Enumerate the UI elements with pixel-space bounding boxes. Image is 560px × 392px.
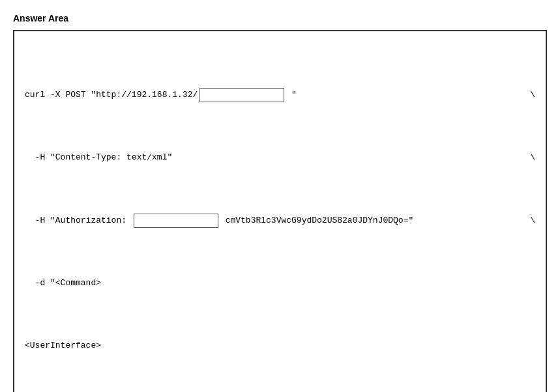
line1-suffix: " bbox=[286, 87, 297, 103]
line3-prefix: -H "Authorization: bbox=[25, 213, 132, 229]
code-line-5: <UserInterface> bbox=[25, 338, 535, 354]
line5-text: <UserInterface> bbox=[25, 338, 101, 354]
drop2[interactable] bbox=[134, 214, 218, 228]
line4-text: -d "<Command> bbox=[25, 275, 101, 291]
line1-prefix: curl -X POST "http://192.168.1.32/ bbox=[25, 87, 198, 103]
drop1[interactable] bbox=[199, 88, 284, 102]
line3-suffix: cmVtb3Rlc3VwcG9ydDo2US82a0JDYnJ0DQo=" bbox=[220, 213, 413, 229]
line3-backslash: \ bbox=[520, 213, 535, 229]
code-line-4: -d "<Command> bbox=[25, 275, 535, 291]
page-title: Answer Area bbox=[13, 13, 547, 23]
answer-box: curl -X POST "http://192.168.1.32/ " \ -… bbox=[13, 30, 547, 392]
code-line-1: curl -X POST "http://192.168.1.32/ " \ bbox=[25, 87, 535, 103]
code-line-2: -H "Content-Type: text/xml" \ bbox=[25, 150, 535, 165]
code-line-3: -H "Authorization: cmVtb3Rlc3VwcG9ydDo2U… bbox=[25, 213, 535, 229]
line1-backslash: \ bbox=[510, 87, 535, 103]
line2-backslash: \ bbox=[403, 150, 535, 165]
line2-text: -H "Content-Type: text/xml" bbox=[25, 150, 172, 165]
